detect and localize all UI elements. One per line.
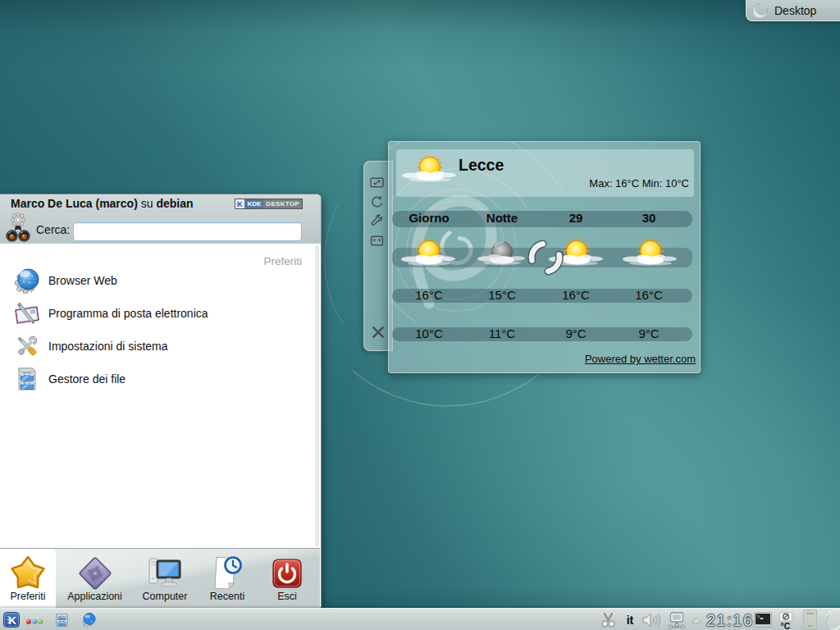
svg-text:K: K	[8, 614, 16, 627]
svg-text:°C: °C	[781, 621, 791, 630]
svg-text:>: >	[756, 614, 760, 620]
